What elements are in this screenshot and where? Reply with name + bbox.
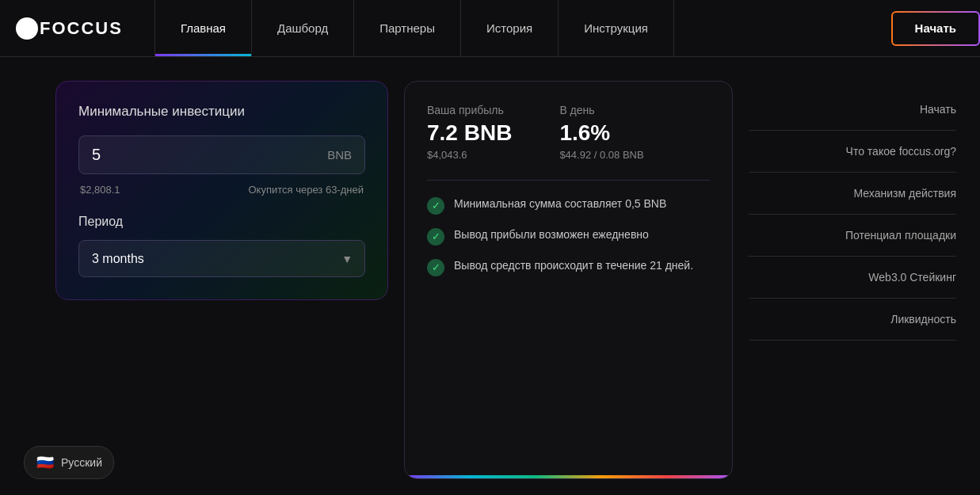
investment-currency: BNB [327,148,352,162]
feature-item-3: ✓ Вывод средств происходит в течение 21 … [427,258,710,276]
profit-value: 7.2 BNB [427,121,512,146]
check-icon-3: ✓ [427,259,444,276]
nav-item-partners[interactable]: Партнеры [354,0,461,56]
day-usd-bnb: $44.92 / 0.08 BNB [559,149,643,161]
start-button-wrapper: Начать [891,11,980,46]
sidebar-link-potential[interactable]: Потенциал площадки [749,215,956,257]
left-panel: Минимальные инвестиции 5 BNB $2,808.1 Ок… [55,81,388,479]
day-percent: 1.6% [559,121,643,146]
your-profit-label: Ваша прибыль [427,104,512,116]
profit-col-total: Ваша прибыль 7.2 BNB $4,043.6 [427,104,512,161]
right-sidebar: Начать Что такое foccus.org? Механизм де… [749,81,956,479]
check-icon-1: ✓ [427,197,444,215]
feature-text-2: Вывод прибыли возможен ежедневно [454,227,649,243]
feature-text-3: Вывод средств происходит в течение 21 дн… [454,258,693,274]
sidebar-link-liquidity[interactable]: Ликвидность [749,299,956,341]
investment-usd: $2,808.1 [80,184,120,196]
sidebar-link-web3[interactable]: Web3.0 Стейкинг [749,257,956,299]
investment-payback: Окупится через 63-дней [248,184,364,196]
nav-item-home[interactable]: Главная [154,0,252,56]
nav-item-history[interactable]: История [461,0,559,56]
investment-sub-row: $2,808.1 Окупится через 63-дней [78,184,365,196]
per-day-label: В день [559,104,643,116]
sidebar-link-start[interactable]: Начать [749,89,956,131]
profit-usd: $4,043.6 [427,149,512,161]
investment-card: Минимальные инвестиции 5 BNB $2,808.1 Ок… [55,81,388,300]
start-button[interactable]: Начать [893,13,978,44]
profit-card: Ваша прибыль 7.2 BNB $4,043.6 В день 1.6… [404,81,733,479]
header: FOCCUS Главная Дашборд Партнеры История … [0,0,980,57]
period-label: Период [78,215,365,229]
investment-input-row: 5 BNB [78,135,365,174]
nav-item-instructions[interactable]: Инструкция [559,0,674,56]
nav-item-dashboard[interactable]: Дашборд [252,0,354,56]
investment-amount[interactable]: 5 [92,146,327,164]
feature-text-1: Минимальная сумма составляет 0,5 BNB [454,196,666,212]
language-label: Русский [61,456,102,469]
feature-item-2: ✓ Вывод прибыли возможен ежедневно [427,227,710,246]
logo-text: FOCCUS [40,18,123,39]
period-select-wrapper: 1 month 3 months 6 months 12 months ▼ [78,240,365,277]
period-select[interactable]: 1 month 3 months 6 months 12 months [78,240,365,277]
feature-list: ✓ Минимальная сумма составляет 0,5 BNB ✓… [427,196,710,276]
check-icon-2: ✓ [427,228,444,246]
sidebar-link-mechanism[interactable]: Механизм действия [749,173,956,215]
divider [427,180,710,181]
language-selector[interactable]: 🇷🇺 Русский [24,446,114,479]
logo-dot [16,17,38,40]
profit-header: Ваша прибыль 7.2 BNB $4,043.6 В день 1.6… [427,104,710,161]
main-nav: Главная Дашборд Партнеры История Инструк… [154,0,868,56]
main-content: Минимальные инвестиции 5 BNB $2,808.1 Ок… [0,57,980,495]
investment-card-title: Минимальные инвестиции [78,104,365,120]
sidebar-link-about[interactable]: Что такое foccus.org? [749,131,956,173]
feature-item-1: ✓ Минимальная сумма составляет 0,5 BNB [427,196,710,215]
profit-col-daily: В день 1.6% $44.92 / 0.08 BNB [559,104,643,161]
logo: FOCCUS [16,17,123,40]
flag-icon: 🇷🇺 [36,453,55,472]
